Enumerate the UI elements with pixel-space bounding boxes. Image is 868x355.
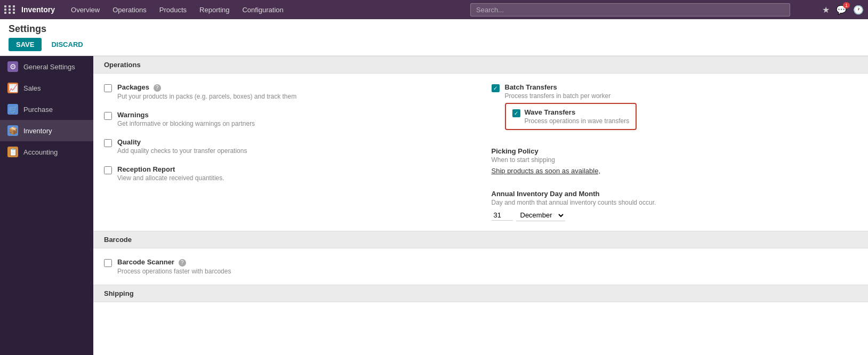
star-icon[interactable]: ★ xyxy=(822,5,830,15)
barcode-scanner-checkbox[interactable] xyxy=(104,259,112,267)
purchase-icon: 🛒 xyxy=(7,104,18,115)
warnings-text: Warnings Get informative or blocking war… xyxy=(117,111,255,127)
barcode-scanner-label-wrap: Barcode Scanner ? xyxy=(117,258,231,267)
annual-inventory-setting: Annual Inventory Day and Month Day and m… xyxy=(492,184,858,227)
inventory-icon: 📦 xyxy=(7,125,18,136)
nav-configuration[interactable]: Configuration xyxy=(237,4,288,16)
reception-report-desc: View and allocate received quantities. xyxy=(117,174,224,182)
sidebar-item-accounting[interactable]: 📋 Accounting xyxy=(0,141,93,163)
barcode-settings-grid: Barcode Scanner ? Process operations fas… xyxy=(93,248,868,285)
wave-transfers-checkbox[interactable] xyxy=(512,109,520,117)
wave-transfers-desc: Process operations in wave transfers xyxy=(525,117,630,125)
batch-transfers-label: Batch Transfers xyxy=(505,83,637,91)
packages-setting: Packages ? Put your products in packs (e… xyxy=(104,78,470,106)
picking-policy-setting: Picking Policy When to start shipping Sh… xyxy=(492,142,858,180)
left-col: Packages ? Put your products in packs (e… xyxy=(93,74,481,231)
sidebar-label-inventory: Inventory xyxy=(23,127,52,135)
packages-text: Packages ? Put your products in packs (e… xyxy=(117,83,296,100)
picking-policy-label: Picking Policy xyxy=(492,147,601,155)
discard-button[interactable]: DISCARD xyxy=(46,38,88,51)
shipping-section-header: Shipping xyxy=(93,285,868,302)
warnings-setting: Warnings Get informative or blocking war… xyxy=(104,106,470,133)
operations-settings-grid: Packages ? Put your products in packs (e… xyxy=(93,74,868,231)
topnav-right-icons: ★ 💬 1 🕐 xyxy=(822,5,864,15)
warnings-label: Warnings xyxy=(117,111,255,119)
wave-transfers-text: Wave Transfers Process operations in wav… xyxy=(525,108,630,125)
page-title: Settings xyxy=(9,23,859,38)
reception-report-checkbox[interactable] xyxy=(104,166,112,174)
content-area: Operations Packages ? Put your products … xyxy=(93,56,868,355)
wave-transfers-label: Wave Transfers xyxy=(525,108,630,116)
quality-desc: Add quality checks to your transfer oper… xyxy=(117,147,247,155)
accounting-icon: 📋 xyxy=(7,147,18,157)
annual-inventory-label: Annual Inventory Day and Month xyxy=(492,190,656,198)
topnav-menu: Overview Operations Products Reporting C… xyxy=(66,4,470,16)
barcode-scanner-setting: Barcode Scanner ? Process operations fas… xyxy=(104,253,470,280)
annual-inventory-month-select[interactable]: December January February March April Ma… xyxy=(516,209,565,221)
page-header: Settings SAVE DISCARD xyxy=(0,19,868,56)
sidebar: ⚙ General Settings 📈 Sales 🛒 Purchase 📦 … xyxy=(0,56,93,355)
sales-icon: 📈 xyxy=(7,83,18,93)
reception-report-label: Reception Report xyxy=(117,165,224,173)
barcode-scanner-desc: Process operations faster with barcodes xyxy=(117,268,231,275)
save-button[interactable]: SAVE xyxy=(9,38,42,51)
barcode-right-col xyxy=(481,248,869,285)
batch-transfers-text: Batch Transfers Process transfers in bat… xyxy=(505,83,637,132)
quality-label: Quality xyxy=(117,138,247,146)
barcode-section-header: Barcode xyxy=(93,231,868,248)
picking-policy-desc: When to start shipping xyxy=(492,156,601,164)
nav-operations[interactable]: Operations xyxy=(107,4,152,16)
picking-policy-value[interactable]: Ship products as soon as available, xyxy=(492,167,601,175)
packages-label: Packages ? xyxy=(117,83,296,92)
action-bar: SAVE DISCARD xyxy=(9,38,859,55)
operations-section-header: Operations xyxy=(93,56,868,74)
nav-products[interactable]: Products xyxy=(154,4,192,16)
sidebar-label-accounting: Accounting xyxy=(23,148,58,156)
sidebar-item-purchase[interactable]: 🛒 Purchase xyxy=(0,99,93,120)
reception-report-text: Reception Report View and allocate recei… xyxy=(117,165,224,182)
barcode-scanner-text: Barcode Scanner ? Process operations fas… xyxy=(117,258,231,275)
sidebar-item-inventory[interactable]: 📦 Inventory xyxy=(0,120,93,141)
sidebar-label-general-settings: General Settings xyxy=(23,63,75,71)
sidebar-item-general-settings[interactable]: ⚙ General Settings xyxy=(0,56,93,77)
clock-icon[interactable]: 🕐 xyxy=(853,5,864,15)
warnings-desc: Get informative or blocking warnings on … xyxy=(117,120,255,127)
barcode-left-col: Barcode Scanner ? Process operations fas… xyxy=(93,248,481,285)
main-layout: ⚙ General Settings 📈 Sales 🛒 Purchase 📦 … xyxy=(0,56,868,355)
quality-setting: Quality Add quality checks to your trans… xyxy=(104,133,470,160)
packages-desc: Put your products in packs (e.g. parcels… xyxy=(117,93,296,100)
apps-menu-icon[interactable] xyxy=(4,5,16,14)
annual-inventory-day-input[interactable] xyxy=(492,210,513,221)
batch-transfers-setting: Batch Transfers Process transfers in bat… xyxy=(492,78,858,138)
barcode-scanner-help-icon[interactable]: ? xyxy=(179,259,186,267)
batch-transfers-checkbox[interactable] xyxy=(492,84,500,92)
reception-report-setting: Reception Report View and allocate recei… xyxy=(104,160,470,187)
sidebar-label-purchase: Purchase xyxy=(23,106,53,114)
quality-text: Quality Add quality checks to your trans… xyxy=(117,138,247,155)
chat-badge: 1 xyxy=(843,2,850,9)
nav-overview[interactable]: Overview xyxy=(66,4,105,16)
nav-reporting[interactable]: Reporting xyxy=(194,4,235,16)
global-search-input[interactable] xyxy=(470,3,790,17)
topnav: Inventory Overview Operations Products R… xyxy=(0,0,868,19)
brand-name: Inventory xyxy=(21,5,55,14)
sidebar-label-sales: Sales xyxy=(23,84,41,92)
annual-inventory-text: Annual Inventory Day and Month Day and m… xyxy=(492,190,656,221)
wave-transfers-box: Wave Transfers Process operations in wav… xyxy=(505,103,637,130)
packages-checkbox[interactable] xyxy=(104,84,112,92)
packages-help-icon[interactable]: ? xyxy=(154,84,161,92)
sidebar-item-sales[interactable]: 📈 Sales xyxy=(0,77,93,99)
chat-icon[interactable]: 💬 1 xyxy=(836,5,847,15)
right-col: Batch Transfers Process transfers in bat… xyxy=(481,74,869,231)
general-settings-icon: ⚙ xyxy=(7,61,18,72)
batch-transfers-desc: Process transfers in batch per worker xyxy=(505,92,637,100)
quality-checkbox[interactable] xyxy=(104,139,112,147)
annual-inventory-inputs: December January February March April Ma… xyxy=(492,209,656,221)
annual-inventory-desc: Day and month that annual inventory coun… xyxy=(492,199,656,206)
picking-policy-text: Picking Policy When to start shipping Sh… xyxy=(492,147,601,175)
warnings-checkbox[interactable] xyxy=(104,112,112,120)
